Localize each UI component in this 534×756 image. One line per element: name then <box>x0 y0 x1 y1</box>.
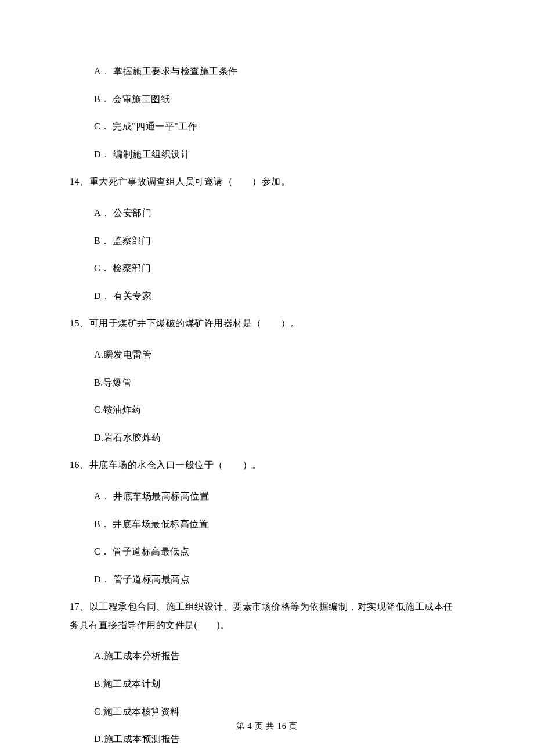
option-d: D.岩石水胶炸药 <box>94 430 464 445</box>
option-text: 铵油炸药 <box>103 405 142 415</box>
option-text: 有关专家 <box>113 291 151 301</box>
option-label: D. <box>94 734 104 744</box>
question-16-stem: 16、井底车场的水仓入口一般位于（ ）。 <box>70 458 464 473</box>
option-label: B. <box>94 377 103 387</box>
option-c: C． 管子道标高最低点 <box>94 544 464 559</box>
option-text: 井底车场最低标高位置 <box>113 519 208 529</box>
option-label: D． <box>94 574 111 584</box>
option-a: A.施工成本分析报告 <box>94 649 464 664</box>
option-text: 岩石水胶炸药 <box>104 433 161 442</box>
question-15-stem: 15、可用于煤矿井下爆破的煤矿许用器材是（ ）。 <box>70 316 464 331</box>
option-text: 施工成本分析报告 <box>104 651 181 661</box>
option-text: 掌握施工要求与检查施工条件 <box>113 66 238 76</box>
option-a: A． 掌握施工要求与检查施工条件 <box>94 64 464 79</box>
option-b: B.施工成本计划 <box>94 676 464 692</box>
option-d: D． 有关专家 <box>94 289 464 304</box>
option-text: 管子道标高最低点 <box>113 546 189 556</box>
option-b: B． 井底车场最低标高位置 <box>94 517 464 532</box>
option-label: A． <box>94 491 111 501</box>
option-text: 管子道标高最高点 <box>113 574 190 584</box>
question-14-stem: 14、重大死亡事故调查组人员可邀请（ ）参加。 <box>70 174 464 189</box>
question-17-stem-line1: 17、以工程承包合同、施工组织设计、要素市场价格等为依据编制，对实现降低施工成本… <box>70 599 464 614</box>
option-text: 公安部门 <box>113 208 151 218</box>
option-label: C． <box>94 263 110 273</box>
option-text: 井底车场最高标高位置 <box>113 491 209 501</box>
option-text: 施工成本计划 <box>103 679 161 689</box>
option-text: 编制施工组织设计 <box>113 149 190 159</box>
option-label: C． <box>94 121 110 131</box>
option-label: D. <box>94 433 104 442</box>
option-text: 检察部门 <box>113 263 151 273</box>
option-label: B. <box>94 679 103 689</box>
option-b: B． 会审施工图纸 <box>94 92 464 107</box>
option-label: D． <box>94 149 111 159</box>
option-c: C． 完成"四通一平"工作 <box>94 119 464 134</box>
option-label: A. <box>94 651 104 661</box>
option-label: B． <box>94 519 110 529</box>
option-label: C. <box>94 707 103 717</box>
option-label: A． <box>94 208 111 218</box>
option-text: 完成"四通一平"工作 <box>113 121 197 131</box>
option-text: 瞬发电雷管 <box>104 350 152 359</box>
option-label: B． <box>94 94 110 104</box>
option-d: D． 编制施工组织设计 <box>94 147 464 162</box>
option-text: 监察部门 <box>113 236 151 246</box>
option-c: C.施工成本核算资料 <box>94 704 464 719</box>
option-a: A.瞬发电雷管 <box>94 347 464 362</box>
option-label: D． <box>94 291 111 301</box>
option-c: C.铵油炸药 <box>94 402 464 417</box>
option-d: D． 管子道标高最高点 <box>94 572 464 587</box>
option-text: 导爆管 <box>103 377 132 387</box>
option-text: 会审施工图纸 <box>113 94 170 104</box>
option-c: C． 检察部门 <box>94 261 464 276</box>
option-label: C． <box>94 546 110 556</box>
option-label: A. <box>94 350 104 359</box>
option-a: A． 井底车场最高标高位置 <box>94 489 464 504</box>
option-a: A． 公安部门 <box>94 206 464 221</box>
option-label: A． <box>94 66 111 76</box>
question-17-stem-line2: 务具有直接指导作用的文件是( )。 <box>70 618 464 633</box>
option-text: 施工成本预测报告 <box>104 734 181 744</box>
option-d: D.施工成本预测报告 <box>94 732 464 747</box>
option-text: 施工成本核算资料 <box>103 707 180 717</box>
option-b: B.导爆管 <box>94 375 464 390</box>
option-label: B． <box>94 236 110 246</box>
option-b: B． 监察部门 <box>94 233 464 249</box>
page-footer: 第 4 页 共 16 页 <box>0 720 534 733</box>
option-label: C. <box>94 405 103 415</box>
